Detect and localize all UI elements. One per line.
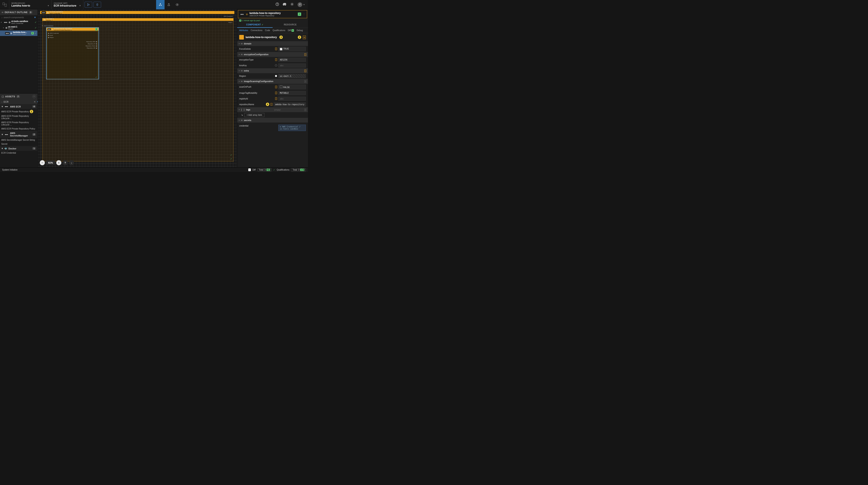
frame-region[interactable]: ⊞ us-east-1Region: 1 AWS Credential (42, 18, 234, 21)
subtab-attributes[interactable]: Attributes (239, 29, 248, 32)
attr-row: kmsKeyabc (237, 63, 308, 68)
awscred-label: AWS Credential (43, 25, 54, 27)
zoom-controls: − 61% + ? ↓ (40, 160, 74, 165)
docker-icon: 🐳 (4, 147, 7, 150)
asset-search: ⌕ ✕ ▼ (0, 99, 37, 104)
attr-credential: credential ⊖ AWS Credential / si-tools-s… (237, 123, 308, 132)
chevron-down-icon: ▼ (48, 5, 49, 7)
subtab-diff[interactable]: Diff + (288, 29, 294, 32)
tree-item-selected[interactable]: aws⊞ lambda-how...AWS ECR Privat... + ✓ (0, 30, 37, 36)
subtab-code[interactable]: Code (265, 29, 270, 32)
attr-row: registryIdIabc (237, 96, 308, 101)
group-extra[interactable]: ▾extraI (237, 68, 308, 73)
merge-button[interactable] (85, 2, 92, 8)
help-icon[interactable]: ? (276, 3, 279, 7)
plus-icon[interactable]: + (298, 12, 301, 16)
subtab-debug[interactable]: Debug (297, 29, 303, 32)
tree-item[interactable]: ▾aws⊞ si-tools-sandboxAWS Credential ✓ (0, 20, 37, 25)
search-icon: ⌕ (1, 100, 3, 103)
tab-component[interactable]: COMPONENT ✓ (237, 22, 273, 28)
group-encryption[interactable]: ▾encryptionConfigurationI (237, 52, 308, 57)
user-menu[interactable]: P▼ (298, 2, 305, 7)
cube-icon: ⬚ (2, 95, 4, 98)
asset-group[interactable]: ▾awsAWS SecretsManager2 (0, 131, 37, 138)
zoom-level: 61% (46, 161, 55, 165)
asset-search-input[interactable] (4, 100, 33, 103)
filter-icon[interactable]: ▼ (34, 16, 36, 19)
asset-item[interactable]: ECR Credential (0, 151, 37, 155)
avatar: P (298, 2, 302, 7)
clear-icon[interactable]: ✕ (34, 100, 36, 103)
delete-button[interactable] (93, 2, 101, 8)
asset-group[interactable]: ▾awsAWS ECR4 (0, 104, 37, 109)
attr-row: ForceDeleteI ✓TRUE (237, 46, 308, 52)
svg-point-2 (87, 3, 88, 4)
credential-value[interactable]: ⊖ AWS Credential / si-tools-sandbox (278, 125, 306, 131)
footer: System Initiative ~ Diff Total: 3+1 ✓ Qu… (0, 168, 308, 172)
check-icon: ✓ (35, 26, 37, 29)
asset-item[interactable]: AWS ECR Private Repository Policy (0, 127, 37, 131)
check-icon: ✓ (35, 32, 37, 35)
subtab-connections[interactable]: Connections (251, 29, 262, 32)
detail-tabs: COMPONENT ✓ RESOURCE (237, 22, 308, 28)
left-panel: DEFAULT OUTLINE 3 ⌕ ▼ ▾aws⊞ si-tools-san… (0, 9, 38, 168)
asset-item[interactable]: AWS ECR Private Repository1 (0, 109, 37, 114)
svg-point-13 (292, 4, 293, 5)
subtab-qualifications[interactable]: Qualifications (273, 29, 285, 32)
svg-point-11 (284, 4, 284, 4)
help-icon[interactable]: ? (32, 95, 36, 98)
zoom-in-button[interactable]: + (56, 160, 61, 165)
view-tabs (156, 0, 182, 9)
menu-icon[interactable]: ⋮ (303, 13, 305, 16)
attr-row: ↳+ Add array item (237, 112, 308, 118)
changeset-selector[interactable]: CHANGE SET: ECR Infrastructure▼ (52, 0, 83, 9)
frame-outer[interactable]: aws⊞ si-tools-sandboxAWS Credential: 1 (40, 11, 234, 14)
attr-row: imageTagMutabilityIMUTABLE (237, 90, 308, 96)
outline-tree: ▾aws⊞ si-tools-sandboxAWS Credential ✓ ▾… (0, 20, 37, 93)
add-array-item-button[interactable]: + Add array item (244, 113, 265, 117)
topbar: WORKSPACE: Lambha how-to▼ CHANGE SET: EC… (0, 0, 308, 9)
attr-tabs: Attributes Connections Code Qualificatio… (237, 28, 308, 33)
svg-point-8 (177, 4, 178, 5)
asset-group[interactable]: ▾🐳Docker1 (0, 146, 37, 151)
group-secrets[interactable]: ▾secrets (237, 118, 308, 123)
attr-row: repositoryName4Iambda-how-to-repository (237, 101, 308, 107)
help-button[interactable]: ? (63, 160, 68, 165)
group-tags[interactable]: ▾[ ]tags(empty)I (237, 108, 308, 112)
tab-model[interactable] (156, 0, 164, 9)
asset-item[interactable]: AWS SecretsManager Secret String (0, 138, 37, 142)
assets-panel: ⬚ ASSETS 7 ? ⌕ ✕ ▼ ▾awsAWS ECR4 AWS ECR … (0, 93, 37, 168)
qual-total: Total: 3✓3 (291, 168, 306, 172)
asset-item[interactable]: AWS ECR Private Repository Lifecycle ... (0, 120, 37, 127)
tree-item[interactable]: ▾⊞ us-east-1Region ✓ (0, 25, 37, 30)
discord-icon[interactable] (283, 3, 287, 6)
download-button[interactable]: ↓ (69, 160, 74, 165)
app-logo[interactable] (0, 0, 9, 9)
timestamp: +1 minute ago by paul (237, 19, 308, 22)
outline-search-input[interactable] (4, 16, 33, 19)
canvas[interactable]: aws⊞ si-tools-sandboxAWS Credential: 1 ⊞… (38, 9, 237, 168)
tab-view[interactable] (173, 0, 182, 9)
group-domain[interactable]: ▾domain (237, 41, 308, 46)
plus-icon: + (31, 32, 34, 34)
check-icon: ✓ (273, 169, 275, 171)
asset-item[interactable]: AWS ECR Private Repository Lifecycle ... (0, 114, 37, 120)
check-icon: ✓ (35, 21, 37, 24)
assets-header: ⬚ ASSETS 7 ? (0, 94, 37, 99)
zoom-out-button[interactable]: − (40, 160, 45, 165)
right-panel: aws⊞ lambda-how-to-repositoryAWS ECR Pri… (237, 9, 308, 168)
list-icon (2, 12, 3, 13)
workspace-selector[interactable]: WORKSPACE: Lambha how-to▼ (9, 0, 52, 9)
diff-icon[interactable]: ~ (248, 169, 251, 171)
search-icon: ⌕ (1, 16, 3, 19)
frame-type-icon[interactable]: ⊞ (303, 35, 306, 39)
tab-lab[interactable] (164, 0, 173, 9)
attr-row: scanOnPushIFALSE (237, 84, 308, 90)
frame-inner[interactable]: aws⊞ lambda-how-to-repositoryAWS ECR Pri… (46, 27, 99, 79)
tab-resource[interactable]: RESOURCE (273, 22, 308, 28)
color-swatch[interactable] (239, 35, 244, 39)
asset-item[interactable]: Secret (0, 142, 37, 146)
svg-rect-0 (3, 3, 4, 5)
gear-icon[interactable] (290, 3, 294, 7)
group-scan[interactable]: ▾imageScanningConfigurationI (237, 79, 308, 84)
